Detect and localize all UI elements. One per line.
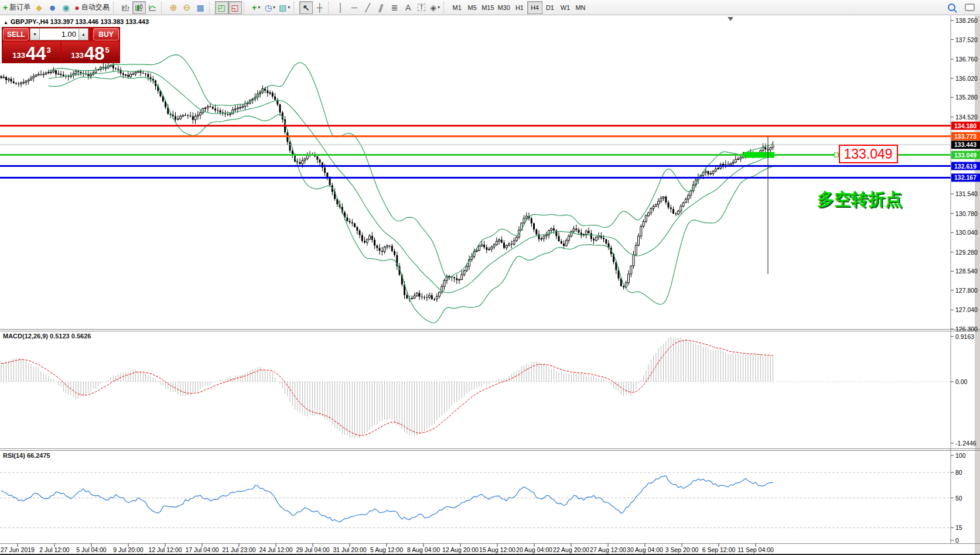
channel-tool-button[interactable]: ∥ — [374, 1, 388, 14]
sell-price-display[interactable]: 133443 — [3, 42, 60, 62]
text-label-tool-button[interactable]: T — [415, 1, 428, 14]
tile-windows-icon: ▦ — [197, 4, 204, 12]
toolbar-grip — [113, 2, 117, 13]
shapes-tool-button[interactable]: ◈ ▾ — [428, 1, 442, 14]
sell-price-pips: 44 — [26, 46, 46, 61]
time-axis-label: 12 Jul 12:00 — [148, 546, 182, 553]
fibonacci-tool-button[interactable]: ≣ — [388, 1, 401, 14]
candlestick-mode-button[interactable] — [132, 1, 146, 14]
time-axis-label: 9 Jul 20:00 — [113, 546, 144, 553]
toolbar-grip — [293, 2, 298, 13]
chart-canvas[interactable]: MACD(12,26,9) 0.5123 0.5626 RSI(14) 66.2… — [0, 0, 980, 555]
new-order-label: 新订单 — [9, 2, 30, 12]
tab-timeframe-H1[interactable]: H1 — [512, 1, 527, 14]
toolbar-grip — [209, 2, 213, 13]
time-axis-label: 17 Jul 04:00 — [185, 546, 218, 553]
template-icon: ▤ — [279, 4, 286, 12]
time-axis-label: 5 Aug 12:00 — [370, 546, 403, 553]
tab-timeframe-D1[interactable]: D1 — [542, 1, 558, 14]
chat-icon — [965, 4, 975, 11]
tab-timeframe-H4[interactable]: H4 — [527, 1, 542, 14]
rsi-indicator-label: RSI(14) 66.2475 — [3, 452, 50, 459]
toolbar-grip — [328, 2, 332, 13]
timeframe-group: M1M5M15M30H1H4D1W1MN — [449, 1, 588, 14]
bollinger-band — [49, 71, 773, 293]
time-axis-label: 11 Sep 04:00 — [737, 546, 774, 553]
tile-windows-button[interactable]: ▦ — [194, 1, 207, 14]
autoscroll-button[interactable]: ◰ — [215, 1, 228, 14]
symbol-collapse-icon[interactable]: ▲ — [4, 20, 8, 25]
autoscroll-icon: ◰ — [218, 4, 226, 12]
channel-icon: ∥ — [378, 4, 385, 12]
volume-input[interactable] — [40, 28, 78, 40]
time-axis-label: 3 Sep 20:00 — [665, 546, 699, 553]
tab-timeframe-M1[interactable]: M1 — [449, 1, 465, 14]
price-axis-tick: 136.760 — [955, 56, 978, 63]
cursor-tool-button[interactable]: ↖ — [299, 1, 313, 14]
time-axis-label: 27 Jun 2019 — [1, 546, 35, 553]
candle-wicks — [1, 61, 773, 302]
buy-price-figure: 133 — [71, 51, 84, 60]
price-level-label-text: 132.167 — [954, 174, 976, 181]
mt4-terminal-window: + 新订单 ◆ ☻ ◉ ● 自动交易 — [0, 0, 980, 555]
bar-chart-icon — [121, 4, 130, 12]
price-axis-tick: 128.540 — [955, 268, 978, 275]
bollinger-band — [49, 77, 773, 323]
tab-timeframe-M5[interactable]: M5 — [465, 1, 480, 14]
zoom-out-button[interactable]: ⊖ — [180, 1, 194, 14]
price-axis-tick: 134.520 — [955, 114, 978, 121]
tab-timeframe-W1[interactable]: W1 — [558, 1, 573, 14]
bullish-candles — [3, 65, 774, 299]
tab-timeframe-M15[interactable]: M15 — [480, 1, 496, 14]
buy-button[interactable]: BUY — [93, 28, 119, 40]
zoom-in-button[interactable]: ⊕ — [167, 1, 180, 14]
line-handle — [834, 153, 838, 157]
text-icon: A — [405, 4, 411, 12]
volume-decrease-button[interactable]: ▼ — [30, 28, 40, 40]
new-order-button[interactable]: + 新订单 — [1, 1, 32, 14]
templates-button[interactable]: ▤ ▾ — [277, 1, 292, 14]
text-tool-button[interactable]: A — [401, 1, 415, 14]
chart-shift-button[interactable]: ◱ — [228, 1, 242, 14]
line-chart-mode-button[interactable] — [146, 1, 159, 14]
search-button[interactable] — [945, 1, 958, 14]
buy-price-display[interactable]: 133485 — [62, 42, 119, 62]
rsi-axis-tick: 15 — [955, 524, 962, 531]
vertical-line-tool-button[interactable]: │ — [334, 1, 347, 14]
rsi-axis-tick: 100 — [955, 452, 966, 459]
chat-button[interactable] — [963, 1, 976, 14]
rsi-line — [1, 476, 773, 522]
bearish-candles — [1, 65, 769, 300]
crosshair-tool-button[interactable]: ┼ — [313, 1, 326, 14]
volume-increase-button[interactable]: ▲ — [78, 28, 88, 40]
toolbar-grip — [244, 2, 248, 13]
crosshair-icon: ┼ — [317, 4, 323, 12]
trendline-tool-button[interactable]: ╱ — [361, 1, 374, 14]
history-center-button[interactable]: ◆ — [32, 1, 46, 14]
add-indicator-icon: + — [252, 4, 257, 12]
sell-button[interactable]: SELL — [3, 28, 29, 40]
time-axis-label: 8 Aug 04:00 — [407, 546, 440, 553]
indicators-button[interactable]: + ▾ — [250, 1, 263, 14]
autotrading-button[interactable]: ● 自动交易 — [73, 1, 111, 14]
dropdown-arrow-icon: ▾ — [288, 5, 290, 10]
tab-timeframe-MN[interactable]: MN — [573, 1, 588, 14]
rsi-axis-tick: 50 — [955, 495, 962, 502]
dropdown-arrow-icon: ▾ — [438, 5, 440, 10]
bar-chart-mode-button[interactable] — [119, 1, 132, 14]
macd-axis-tick: -1.2446 — [955, 440, 976, 447]
profile-button[interactable]: ☻ — [46, 1, 59, 14]
periods-button[interactable]: ◷ ▾ — [263, 1, 277, 14]
price-axis-tick: 135.280 — [955, 94, 978, 101]
tab-timeframe-M30[interactable]: M30 — [496, 1, 512, 14]
price-axis-tick: 138.260 — [955, 17, 978, 24]
vertical-line-icon: │ — [338, 4, 343, 12]
signal-icon: ◉ — [63, 4, 70, 12]
price-axis-tick: 127.040 — [955, 306, 978, 313]
time-axis-label: 31 Jul 20:00 — [333, 546, 366, 553]
clock-icon: ◷ — [265, 4, 272, 12]
horizontal-line-tool-button[interactable]: ─ — [347, 1, 361, 14]
fibonacci-icon: ≣ — [391, 4, 398, 12]
signal-button[interactable]: ◉ — [59, 1, 73, 14]
dropdown-arrow-icon: ▾ — [273, 5, 275, 10]
